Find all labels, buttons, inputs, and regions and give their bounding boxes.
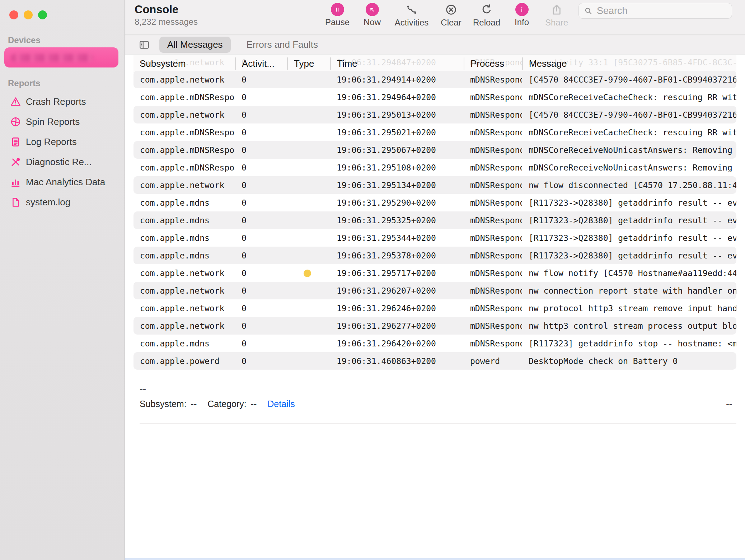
- log-row[interactable]: com.apple.mDNSResponder019:06:31.294964+…: [133, 88, 736, 106]
- column-header-activit[interactable]: Activit...: [235, 57, 287, 70]
- cell-time: 19:06:31.295067+0200: [330, 145, 464, 155]
- cell-message: nw_http3_control_stream_process_output_b…: [522, 321, 736, 331]
- log-row[interactable]: com.apple.network019:06:31.296246+0200mD…: [133, 299, 736, 317]
- log-row[interactable]: com.apple.network019:06:31.294914+0200mD…: [133, 71, 736, 88]
- cell-activity: 0: [235, 339, 287, 348]
- sidebar-item-label: Log Reports: [26, 136, 77, 148]
- cell-message: nw_flow_notify [C4570 Hostname#aa119edd:…: [522, 269, 736, 278]
- sidebar-item-label: Mac Analytics Data: [26, 177, 105, 188]
- main-pane: Console 8,232 messages PauseNowActivitie…: [125, 0, 745, 560]
- share-icon: [550, 3, 563, 17]
- cell-time: 19:06:31.295344+0200: [330, 233, 464, 243]
- details-link[interactable]: Details: [267, 399, 295, 409]
- log-row[interactable]: com.apple.mdns019:06:31.295344+0200mDNSR…: [133, 229, 736, 247]
- log-row[interactable]: com.apple.mdns019:06:31.295290+0200mDNSR…: [133, 194, 736, 211]
- sidebar-item-diagnostic-re[interactable]: Diagnostic Re...: [0, 152, 125, 172]
- activities-button[interactable]: Activities: [394, 3, 429, 27]
- search-input[interactable]: [596, 5, 727, 17]
- zoom-button[interactable]: [38, 10, 47, 19]
- cell-subsystem: com.apple.network: [133, 269, 235, 278]
- table-rows: com.apple.network019:06:31.294914+0200mD…: [133, 71, 736, 370]
- toolbar-button-label: Reload: [473, 18, 500, 27]
- log-row[interactable]: com.apple.mdns019:06:31.295378+0200mDNSR…: [133, 247, 736, 264]
- cell-process: mDNSResponder: [464, 304, 522, 313]
- cell-time: 19:06:31.295108+0200: [330, 163, 464, 172]
- now-button[interactable]: Now: [355, 3, 389, 27]
- sidebar-item-device-selected[interactable]: [4, 47, 118, 67]
- sidebar-item-log-reports[interactable]: Log Reports: [0, 132, 125, 152]
- cell-process: mDNSResponder: [464, 269, 522, 278]
- cell-subsystem: com.apple.mdns: [133, 198, 235, 207]
- cell-message: nw_flow_disconnected [C4570 17.250.88.11…: [522, 181, 736, 190]
- reload-button[interactable]: Reload: [469, 3, 504, 27]
- sidebar-item-mac-analytics-data[interactable]: Mac Analytics Data: [0, 172, 125, 192]
- cell-message: [C4570 84CCC3E7-9790-4607-BF01-CB9940372…: [522, 110, 736, 120]
- cell-process: mDNSResponder: [464, 128, 522, 137]
- tab-all-messages[interactable]: All Messages: [159, 37, 231, 53]
- log-row[interactable]: com.apple.mDNSResponder019:06:31.295108+…: [133, 159, 736, 176]
- cell-time: 19:06:31.296277+0200: [330, 321, 464, 331]
- toolbar: Console 8,232 messages PauseNowActivitie…: [125, 0, 745, 35]
- cell-subsystem: com.apple.mDNSResponder: [133, 93, 235, 102]
- log-row[interactable]: com.apple.network019:06:31.296277+0200mD…: [133, 317, 736, 335]
- cell-subsystem: com.apple.mDNSResponder: [133, 145, 235, 155]
- cell-time: 19:06:31.296246+0200: [330, 304, 464, 313]
- cell-message: [R117323] getaddrinfo stop -- hostname: …: [522, 339, 736, 348]
- minimize-button[interactable]: [24, 10, 33, 19]
- toolbar-button-label: Share: [545, 18, 568, 27]
- clear-button[interactable]: Clear: [434, 3, 468, 27]
- cell-process: mDNSResponder: [464, 163, 522, 172]
- cell-activity: 0: [235, 286, 287, 295]
- cell-process: mDNSResponder: [464, 93, 522, 102]
- reload-icon: [481, 3, 493, 17]
- log-row[interactable]: com.apple.network019:06:31.295134+0200mD…: [133, 176, 736, 194]
- cell-process: mDNSResponder: [464, 145, 522, 155]
- log-document-icon: [10, 136, 21, 148]
- tab-errors-and-faults[interactable]: Errors and Faults: [239, 37, 326, 53]
- table-header: SubsystemActivit...TypeTimeProcessMessag…: [133, 55, 736, 73]
- sidebar-item-system-log[interactable]: system.log: [0, 192, 125, 212]
- close-button[interactable]: [9, 10, 18, 19]
- cell-message: nw_protocol_http3_stream_remove_input_ha…: [522, 304, 736, 313]
- column-header-time[interactable]: Time: [330, 57, 464, 70]
- log-row[interactable]: com.apple.network019:06:31.295013+0200mD…: [133, 106, 736, 123]
- cell-process: mDNSResponder: [464, 251, 522, 260]
- pause-button[interactable]: Pause: [320, 3, 355, 27]
- page-icon: [10, 197, 21, 208]
- info-button[interactable]: Info: [505, 3, 539, 27]
- log-row[interactable]: com.apple.network019:06:31.295717+0200mD…: [133, 264, 736, 282]
- cell-activity: 0: [235, 269, 287, 278]
- cell-subsystem: com.apple.mdns: [133, 339, 235, 348]
- log-row[interactable]: com.apple.mdns019:06:31.296420+0200mDNSR…: [133, 335, 736, 352]
- detail-divider: [140, 423, 736, 424]
- pinwheel-icon: [10, 116, 21, 127]
- cell-process: mDNSResponder: [464, 75, 522, 84]
- cell-process: powerd: [464, 356, 522, 366]
- cell-process: mDNSResponder: [464, 181, 522, 190]
- detail-category-value: --: [251, 399, 257, 409]
- sidebar-item-spin-reports[interactable]: Spin Reports: [0, 112, 125, 132]
- column-header-process[interactable]: Process: [464, 57, 522, 70]
- column-header-subsystem[interactable]: Subsystem: [133, 57, 235, 70]
- cell-activity: 0: [235, 251, 287, 260]
- cell-process: mDNSResponder: [464, 198, 522, 207]
- log-row[interactable]: com.apple.mdns019:06:31.295325+0200mDNSR…: [133, 211, 736, 229]
- reports-list: Crash ReportsSpin ReportsLog ReportsDiag…: [0, 92, 125, 212]
- log-row[interactable]: com.apple.network019:06:31.296207+0200mD…: [133, 282, 736, 299]
- log-row[interactable]: com.apple.mDNSResponder019:06:31.295067+…: [133, 141, 736, 159]
- cell-time: 19:06:31.296207+0200: [330, 286, 464, 295]
- log-row[interactable]: com.apple.powerd019:06:31.460863+0200pow…: [133, 352, 736, 370]
- sidebar-toggle-icon[interactable]: [138, 39, 151, 51]
- cell-subsystem: com.apple.mdns: [133, 216, 235, 225]
- log-row[interactable]: com.apple.mDNSResponder019:06:31.295021+…: [133, 123, 736, 141]
- search-field[interactable]: [578, 3, 732, 19]
- window-title: Console: [135, 3, 178, 16]
- bottom-edge-highlight: [125, 558, 745, 560]
- sidebar-item-label: Diagnostic Re...: [26, 157, 92, 168]
- warning-triangle-icon: [10, 96, 21, 107]
- clear-icon: [445, 3, 457, 17]
- sidebar-item-crash-reports[interactable]: Crash Reports: [0, 92, 125, 112]
- column-header-message[interactable]: Message: [522, 57, 736, 70]
- column-header-type[interactable]: Type: [287, 57, 330, 70]
- bar-chart-icon: [10, 177, 21, 188]
